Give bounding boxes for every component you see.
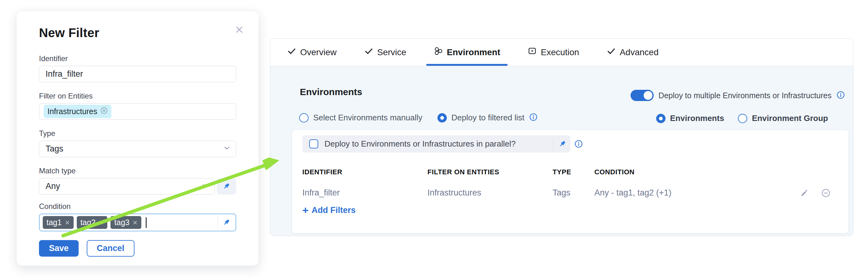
tab-service[interactable]: Service bbox=[356, 39, 414, 66]
cell-filter-on-entities: Infrastructures bbox=[428, 188, 553, 198]
chevron-down-icon bbox=[201, 181, 209, 191]
filter-on-entities-label: Filter on Entities bbox=[39, 92, 236, 100]
check-icon bbox=[287, 46, 297, 58]
remove-filter-button[interactable] bbox=[816, 188, 836, 198]
type-value: Tags bbox=[45, 144, 63, 154]
text-cursor bbox=[146, 217, 147, 228]
tag-chip-label: tag2 bbox=[81, 218, 96, 227]
toggle-label: Deploy to multiple Environments or Infra… bbox=[659, 91, 832, 100]
cell-type: Tags bbox=[553, 188, 594, 198]
environment-icon bbox=[434, 46, 443, 58]
type-select[interactable]: Tags bbox=[39, 141, 236, 157]
info-icon[interactable] bbox=[529, 113, 537, 123]
close-icon[interactable] bbox=[234, 24, 245, 35]
entity-chip-label: Infrastructures bbox=[48, 107, 97, 116]
cell-identifier: Infra_filter bbox=[302, 188, 428, 198]
tab-label: Overview bbox=[300, 47, 337, 57]
tab-label: Environment bbox=[447, 47, 500, 57]
deploy-parallel-bar: Deploy to Environments or Infrastructure… bbox=[302, 135, 570, 152]
execution-icon bbox=[528, 46, 537, 58]
tab-overview[interactable]: Overview bbox=[279, 39, 345, 66]
edit-filter-button[interactable] bbox=[793, 189, 816, 197]
remove-tag-icon[interactable] bbox=[99, 218, 103, 227]
filters-card: Deploy to Environments or Infrastructure… bbox=[292, 130, 848, 233]
check-icon bbox=[364, 46, 373, 58]
cancel-button[interactable]: Cancel bbox=[87, 240, 134, 257]
identifier-label: Identifier bbox=[39, 54, 236, 63]
environments-heading: Environments bbox=[300, 87, 362, 97]
match-type-row: Any bbox=[39, 178, 236, 195]
toggle-knob bbox=[644, 91, 652, 100]
deploy-multiple-toggle[interactable] bbox=[630, 90, 654, 101]
remove-entity-icon[interactable] bbox=[100, 107, 107, 116]
column-header: IDENTIFIER bbox=[302, 168, 428, 176]
tag-chip[interactable]: tag3 bbox=[111, 216, 141, 229]
pin-icon[interactable] bbox=[558, 135, 567, 152]
radio-select-environments-manually[interactable]: Select Environments manually bbox=[299, 113, 423, 123]
screenshot-canvas: Overview Service Environment Execution bbox=[0, 0, 868, 280]
identifier-value: Infra_filter bbox=[45, 69, 83, 79]
tag-chip-label: tag3 bbox=[114, 218, 129, 227]
filters-table: IDENTIFIER FILTER ON ENTITIES TYPE CONDI… bbox=[302, 168, 836, 198]
remove-tag-icon[interactable] bbox=[65, 218, 70, 227]
tag-chip[interactable]: tag1 bbox=[43, 216, 74, 229]
remove-tag-icon[interactable] bbox=[133, 218, 137, 227]
radio-label: Environments bbox=[670, 113, 724, 123]
filters-table-header-row: IDENTIFIER FILTER ON ENTITIES TYPE CONDI… bbox=[302, 168, 836, 176]
tab-label: Execution bbox=[541, 47, 579, 57]
identifier-field[interactable]: Infra_filter bbox=[39, 66, 236, 82]
match-type-label: Match type bbox=[39, 167, 236, 175]
radio-icon[interactable] bbox=[299, 113, 309, 123]
tag-chip[interactable]: tag2 bbox=[77, 216, 107, 229]
save-button[interactable]: Save bbox=[39, 240, 79, 257]
environment-mode-options: Select Environments manually Deploy to f… bbox=[299, 113, 537, 123]
pin-icon[interactable] bbox=[217, 178, 236, 195]
radio-icon[interactable] bbox=[656, 114, 665, 123]
radio-label: Environment Group bbox=[752, 113, 828, 123]
filter-on-entities-field[interactable]: Infrastructures bbox=[39, 103, 236, 120]
environment-target-options: Environments Environment Group bbox=[656, 113, 828, 123]
deploy-multiple-toggle-row: Deploy to multiple Environments or Infra… bbox=[630, 90, 845, 101]
chevron-down-icon bbox=[223, 144, 231, 154]
column-header: TYPE bbox=[553, 168, 594, 176]
radio-environment-group[interactable]: Environment Group bbox=[738, 113, 828, 123]
cell-condition: Any - tag1, tag2 (+1) bbox=[594, 188, 793, 198]
pin-icon[interactable] bbox=[217, 216, 236, 229]
info-icon[interactable] bbox=[575, 140, 583, 149]
modal-actions: Save Cancel bbox=[39, 240, 236, 257]
tab-execution[interactable]: Execution bbox=[520, 39, 587, 66]
radio-label: Deploy to filtered list bbox=[452, 113, 525, 123]
match-type-select[interactable]: Any bbox=[39, 178, 215, 195]
info-icon[interactable] bbox=[836, 91, 845, 100]
radio-icon[interactable] bbox=[437, 113, 447, 123]
tab-label: Service bbox=[377, 47, 406, 57]
column-header: CONDITION bbox=[594, 168, 793, 176]
new-filter-modal: New Filter Identifier Infra_filter Filte… bbox=[16, 11, 259, 266]
tab-environment[interactable]: Environment bbox=[426, 39, 508, 66]
add-filters-button[interactable]: + Add Filters bbox=[302, 205, 356, 215]
divider bbox=[553, 138, 554, 150]
match-type-value: Any bbox=[45, 181, 60, 191]
tab-advanced[interactable]: Advanced bbox=[598, 39, 667, 66]
type-label: Type bbox=[39, 129, 236, 138]
tab-label: Advanced bbox=[620, 47, 659, 57]
pipeline-stage-panel: Overview Service Environment Execution bbox=[270, 38, 853, 236]
condition-label: Condition bbox=[39, 202, 236, 211]
radio-deploy-to-filtered-list[interactable]: Deploy to filtered list bbox=[437, 113, 537, 123]
stage-tabbar: Overview Service Environment Execution bbox=[270, 39, 853, 66]
add-filters-label: Add Filters bbox=[312, 206, 356, 215]
check-icon bbox=[607, 46, 616, 58]
entity-chip[interactable]: Infrastructures bbox=[44, 105, 112, 118]
deploy-parallel-label: Deploy to Environments or Infrastructure… bbox=[324, 139, 516, 149]
radio-icon[interactable] bbox=[738, 114, 747, 123]
radio-environments[interactable]: Environments bbox=[656, 113, 724, 123]
environment-tab-content: Environments Select Environments manuall… bbox=[270, 66, 853, 236]
radio-label: Select Environments manually bbox=[313, 113, 423, 123]
modal-title: New Filter bbox=[39, 26, 236, 40]
column-header: FILTER ON ENTITIES bbox=[428, 168, 553, 176]
plus-icon: + bbox=[302, 205, 309, 215]
table-row: Infra_filter Infrastructures Tags Any - … bbox=[302, 188, 836, 198]
deploy-parallel-checkbox[interactable] bbox=[309, 139, 318, 148]
tag-chip-label: tag1 bbox=[46, 218, 62, 227]
condition-tags-input[interactable]: tag1 tag2 tag3 bbox=[39, 214, 236, 231]
